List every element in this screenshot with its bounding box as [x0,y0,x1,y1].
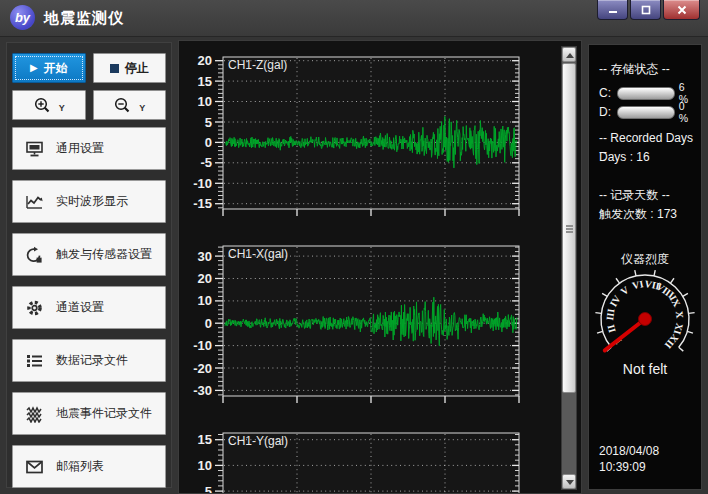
stop-button[interactable]: 停止 [93,53,167,83]
app-window: by 地震监测仪 ▶ 开始 停止 [0,0,708,494]
titlebar: by 地震监测仪 [0,0,708,37]
svg-text:5: 5 [205,115,212,130]
sidebar-item-label: 地震事件记录文件 [56,405,152,422]
zoom-out-y-icon [113,96,133,114]
sidebar: ▶ 开始 停止 Y [6,42,172,488]
gauge-title: 仪器烈度 [589,251,701,268]
svg-text:-20: -20 [193,361,212,376]
scroll-down-button[interactable] [562,474,576,489]
svg-text:-5: -5 [200,155,212,170]
sidebar-item-label: 数据记录文件 [56,352,128,369]
svg-text:CH1-Z(gal): CH1-Z(gal) [228,58,287,72]
intensity-gauge: IIIIIIIVVVIVIIVIIIIXXXIXII [589,269,701,364]
waveform-chart: 3020100-10-20-30CH1-X(gal) [179,242,559,418]
drive-d-progressbar [617,106,674,119]
drive-c-progressbar [617,87,674,100]
stop-icon [110,64,119,73]
intensity-status: Not felt [589,361,701,377]
status-panel: -- 存储状态 -- C: 6 % D: 0 % -- Recorded Day… [588,44,702,490]
sidebar-item-label: 邮箱列表 [56,458,104,475]
svg-text:CH1-Y(gal): CH1-Y(gal) [228,434,288,448]
record-count-header: -- 记录天数 -- [599,187,695,204]
svg-text:15: 15 [198,432,212,447]
svg-text:CH1-X(gal): CH1-X(gal) [228,247,288,261]
zoom-in-y-button[interactable]: Y [12,90,86,120]
maximize-button[interactable] [630,0,661,20]
scrollbar-thumb[interactable] [562,63,576,393]
svg-text:III: III [604,308,616,321]
scroll-up-button[interactable] [562,47,576,62]
sidebar-item-data-record-files[interactable]: 数据记录文件 [12,339,166,382]
sidebar-item-label: 通用设置 [56,140,104,157]
play-icon: ▶ [30,63,38,73]
sidebar-item-label: 实时波形显示 [56,193,128,210]
sidebar-item-label: 触发与传感器设置 [56,246,152,263]
sidebar-item-general-settings[interactable]: 通用设置 [12,127,166,170]
start-button-label: 开始 [44,60,68,77]
svg-text:20: 20 [198,53,212,68]
monitor-icon [25,140,44,158]
start-button[interactable]: ▶ 开始 [12,53,86,83]
svg-text:XII: XII [663,332,681,351]
sidebar-item-seismic-event-files[interactable]: 地震事件记录文件 [12,392,166,435]
svg-text:V: V [619,283,632,297]
close-icon [677,5,687,15]
svg-text:10: 10 [198,458,212,473]
drive-d-row: D: 0 % [599,100,695,124]
drive-d-label: D: [599,105,613,119]
scrollbar-grip-icon [566,228,573,230]
svg-text:-30: -30 [193,383,212,398]
stop-button-label: 停止 [125,60,149,77]
sidebar-item-channel-settings[interactable]: 通道设置 [12,286,166,329]
drive-c-label: C: [599,86,613,100]
waveform-chart: 20151050-5-10-15CH1-Z(gal) [179,53,559,231]
svg-text:0: 0 [205,316,212,331]
svg-text:10: 10 [198,293,212,308]
window-controls [597,0,700,20]
svg-text:5: 5 [205,484,212,494]
trigger-sensor-icon [25,246,44,264]
time-value: 10:39:09 [599,460,695,474]
storage-status-header: -- 存储状态 -- [599,61,695,78]
maximize-icon [641,5,651,15]
svg-text:30: 30 [198,249,212,264]
intensity-gauge-svg: IIIIIIIVVVIVIIVIIIIXXXIXII [589,269,701,361]
waveform-charts: 20151050-5-10-15CH1-Z(gal)3020100-10-20-… [179,41,559,494]
sidebar-item-label: 通道设置 [56,299,104,316]
svg-text:II: II [605,323,618,334]
zoom-out-y-button[interactable]: Y [93,90,167,120]
drive-d-percent: 0 % [679,100,695,124]
zoom-out-axis-label: Y [139,103,145,113]
sidebar-item-realtime-waveform[interactable]: 实时波形显示 [12,180,166,223]
waveform-icon [25,193,44,211]
mail-icon [25,458,44,476]
svg-text:0: 0 [205,135,212,150]
zoom-in-axis-label: Y [59,103,65,113]
days-value: Days : 16 [599,150,695,164]
svg-text:15: 15 [198,74,212,89]
sidebar-item-trigger-sensor-settings[interactable]: 触发与传感器设置 [12,233,166,276]
trigger-count-value: 触发次数 : 173 [599,206,695,223]
svg-text:-10: -10 [193,176,212,191]
svg-text:10: 10 [198,94,212,109]
svg-text:-15: -15 [193,196,212,211]
gear-icon [25,299,44,317]
zoom-in-y-icon [33,96,53,114]
sidebar-item-mailbox-list[interactable]: 邮箱列表 [12,445,166,488]
svg-text:IV: IV [607,293,623,309]
waveform-chart: 151050-5-10-15CH1-Y(gal) [179,429,559,494]
app-logo-icon: by [10,5,35,30]
seismic-events-icon [25,405,44,423]
minimize-button[interactable] [597,0,628,20]
chart-scrollbar[interactable] [561,46,577,490]
svg-text:X: X [674,310,686,319]
svg-text:20: 20 [198,271,212,286]
page-title: 地震监测仪 [44,0,124,36]
list-icon [25,352,44,370]
close-button[interactable] [663,0,700,20]
waveform-display-panel: 20151050-5-10-15CH1-Z(gal)3020100-10-20-… [178,40,582,494]
svg-text:VI: VI [631,278,644,291]
svg-text:-10: -10 [193,338,212,353]
scroll-up-icon [566,53,574,58]
date-value: 2018/04/08 [599,444,695,458]
